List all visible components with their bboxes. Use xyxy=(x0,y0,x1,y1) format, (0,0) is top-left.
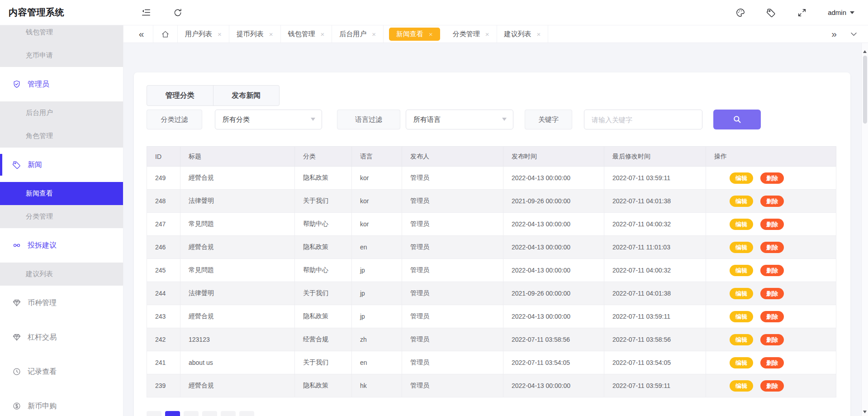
table-cell: 2022-04-13 00:00:00 xyxy=(503,305,604,328)
sidebar-item-suggestion-list[interactable]: 建议列表 xyxy=(0,263,123,286)
tab-backend-users[interactable]: 后台用户× xyxy=(332,25,384,43)
edit-button[interactable]: 编辑 xyxy=(730,196,753,207)
sidebar-item-category-manage[interactable]: 分类管理 xyxy=(0,205,123,228)
delete-button[interactable]: 删除 xyxy=(760,219,784,230)
sidebar-item-coin-manage[interactable]: 币种管理 xyxy=(0,286,123,320)
tab-news-view[interactable]: 新闻查看× xyxy=(389,28,440,41)
menu-fold-icon[interactable] xyxy=(141,8,151,18)
refresh-icon[interactable] xyxy=(173,8,183,18)
scroll-up-arrow-icon[interactable] xyxy=(863,50,867,53)
tab-close-icon[interactable]: × xyxy=(429,30,433,38)
pager-prev-button[interactable]: « xyxy=(147,411,161,416)
sidebar-item-label: 杠杆交易 xyxy=(28,333,57,342)
sidebar-item-deposit-apply[interactable]: 充币申请 xyxy=(0,44,123,67)
sidebar-item-label: 后台用户 xyxy=(26,109,53,117)
tag-icon[interactable] xyxy=(766,8,776,18)
tab-wallet-manage[interactable]: 钱包管理× xyxy=(281,25,332,43)
delete-button[interactable]: 删除 xyxy=(760,265,784,276)
sidebar-item-new-coin-subscribe[interactable]: 新币申购 xyxy=(0,389,123,416)
category-select[interactable]: 所有分类 xyxy=(215,110,322,129)
tab-close-icon[interactable]: × xyxy=(321,30,325,38)
table-cell: 法律聲明 xyxy=(180,190,295,213)
delete-button[interactable]: 删除 xyxy=(760,334,784,345)
sidebar-item-label: 新闻 xyxy=(28,160,42,170)
page-button[interactable]: 5 xyxy=(239,411,254,416)
table-cell: jp xyxy=(352,282,402,305)
tab-withdraw-list[interactable]: 提币列表× xyxy=(229,25,281,43)
table-cell: 2022-07-11 04:00:32 xyxy=(604,213,706,236)
edit-button[interactable]: 编辑 xyxy=(730,357,753,368)
table-row: 248法律聲明关于我们kor管理员2021-09-26 00:00:002022… xyxy=(147,190,836,213)
table-cell: 241 xyxy=(147,351,180,374)
table-cell: 2022-07-11 04:00:32 xyxy=(604,259,706,282)
tab-user-list[interactable]: 用户列表× xyxy=(178,25,229,43)
view-tab-publish-news[interactable]: 发布新闻 xyxy=(213,86,280,105)
table-cell: en xyxy=(352,351,402,374)
delete-button[interactable]: 删除 xyxy=(760,242,784,253)
sidebar-item-record-view[interactable]: 记录查看 xyxy=(0,354,123,389)
user-menu[interactable]: admin xyxy=(828,9,854,16)
sidebar-item-role-manage[interactable]: 角色管理 xyxy=(0,124,123,148)
delete-button[interactable]: 删除 xyxy=(760,288,784,299)
tab-suggestion-list[interactable]: 建议列表× xyxy=(497,25,549,43)
table-cell: 2022-04-13 00:00:00 xyxy=(503,236,604,259)
page-button[interactable]: 3 xyxy=(202,411,217,416)
table-cell: 隐私政策 xyxy=(295,305,352,328)
tab-category-manage[interactable]: 分类管理× xyxy=(446,25,497,43)
edit-button[interactable]: 编辑 xyxy=(730,334,753,345)
sidebar-item-admin[interactable]: 管理员 xyxy=(0,67,123,101)
page-button[interactable]: 2 xyxy=(184,411,199,416)
edit-button[interactable]: 编辑 xyxy=(730,172,753,184)
delete-button[interactable]: 删除 xyxy=(760,196,784,207)
theme-palette-icon[interactable] xyxy=(735,8,745,18)
sidebar-item-label: 新币申购 xyxy=(28,402,57,411)
tabs-scroll-right-icon[interactable]: » xyxy=(831,29,837,39)
tab-label: 分类管理 xyxy=(453,30,480,38)
home-tab[interactable] xyxy=(153,25,178,43)
page-button[interactable]: 4 xyxy=(221,411,236,416)
delete-button[interactable]: 删除 xyxy=(760,311,784,322)
sidebar-item-leverage-trade[interactable]: 杠杆交易 xyxy=(0,320,123,354)
tab-close-icon[interactable]: × xyxy=(372,30,376,38)
username: admin xyxy=(828,9,846,16)
keyword-label: 关键字 xyxy=(525,110,572,129)
scrollbar-thumb[interactable] xyxy=(863,56,867,124)
edit-button[interactable]: 编辑 xyxy=(730,219,753,230)
sidebar-item-news-view[interactable]: 新闻查看 xyxy=(0,182,123,205)
table-cell: kor xyxy=(352,190,402,213)
keyword-input[interactable] xyxy=(584,110,702,129)
tab-close-icon[interactable]: × xyxy=(218,30,222,38)
edit-button[interactable]: 编辑 xyxy=(730,288,753,299)
delete-button[interactable]: 删除 xyxy=(760,380,784,392)
tab-close-icon[interactable]: × xyxy=(485,30,489,38)
language-select[interactable]: 所有语言 xyxy=(406,110,513,129)
edit-button[interactable]: 编辑 xyxy=(730,311,753,322)
sidebar-item-wallet-manage[interactable]: 钱包管理 xyxy=(0,25,123,44)
sidebar-item-backend-users[interactable]: 后台用户 xyxy=(0,101,123,124)
tabs-menu-icon[interactable] xyxy=(849,30,858,38)
fullscreen-icon[interactable] xyxy=(797,8,807,18)
sidebar-item-suggestions[interactable]: 投拆建议 xyxy=(0,228,123,263)
table-cell: 2022-07-11 11:01:03 xyxy=(604,236,706,259)
table-cell: 2022-07-11 04:01:38 xyxy=(604,190,706,213)
tabs-scroll-left-icon[interactable]: « xyxy=(130,25,153,43)
tab-close-icon[interactable]: × xyxy=(269,30,273,38)
edit-button[interactable]: 编辑 xyxy=(730,242,753,253)
column-header: 发布人 xyxy=(402,147,503,167)
column-header: 操作 xyxy=(706,147,836,167)
table-cell: 管理员 xyxy=(402,236,503,259)
dropdown-caret-icon xyxy=(311,118,315,121)
search-button[interactable] xyxy=(713,110,761,129)
page-button[interactable]: 1 xyxy=(165,411,180,416)
delete-button[interactable]: 删除 xyxy=(760,172,784,184)
delete-button[interactable]: 删除 xyxy=(760,357,784,368)
main-scrollbar[interactable] xyxy=(861,43,868,416)
edit-button[interactable]: 编辑 xyxy=(730,265,753,276)
sidebar-item-news[interactable]: 新闻 xyxy=(0,148,123,182)
actions-cell: 编辑删除 xyxy=(706,190,836,213)
edit-button[interactable]: 编辑 xyxy=(730,380,753,392)
view-tab-manage-category[interactable]: 管理分类 xyxy=(147,86,213,105)
tab-close-icon[interactable]: × xyxy=(537,30,541,38)
table-cell: 管理员 xyxy=(402,167,503,190)
scroll-down-arrow-icon[interactable] xyxy=(863,411,867,413)
